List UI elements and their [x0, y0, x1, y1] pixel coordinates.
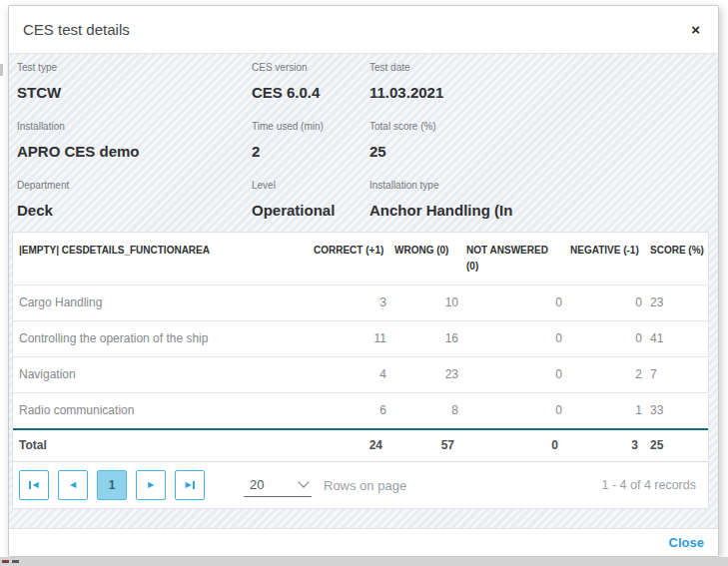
- field-label: Test type: [17, 62, 252, 74]
- dialog-title: CES test details: [23, 21, 687, 38]
- field-value: Anchor Handling (In: [369, 202, 709, 220]
- cell-function-area: Radio communication: [13, 393, 308, 430]
- cell-negative: 0: [564, 321, 644, 357]
- cell-correct: 6: [308, 393, 388, 430]
- cell-total-correct: 24: [308, 429, 388, 462]
- taskbar-mark: [12, 560, 19, 563]
- cell-wrong: 10: [388, 285, 460, 321]
- field-label: Level: [252, 180, 369, 192]
- field-label: Test date: [369, 62, 709, 74]
- field-department: Department Deck: [17, 180, 252, 220]
- close-button[interactable]: Close: [669, 535, 704, 550]
- cell-not-answered: 0: [460, 285, 564, 321]
- first-page-icon: [29, 481, 31, 489]
- close-icon[interactable]: ×: [687, 20, 704, 39]
- cell-total-not-answered: 0: [460, 429, 564, 462]
- table-row: Navigation 4 23 0 2 7: [13, 357, 708, 393]
- dialog-body: Test type STCW CES version CES 6.0.4 Tes…: [9, 54, 718, 528]
- test-summary-fields: Test type STCW CES version CES 6.0.4 Tes…: [12, 54, 709, 232]
- field-label: Department: [17, 180, 252, 192]
- column-header-wrong: WRONG (0): [388, 233, 460, 285]
- first-page-button[interactable]: ◀: [19, 470, 49, 500]
- cell-function-area: Cargo Handling: [13, 285, 308, 321]
- records-count-text: 1 - 4 of 4 records: [602, 478, 701, 492]
- field-time-used: Time used (min) 2: [252, 121, 369, 161]
- background-taskbar: [0, 557, 728, 566]
- cell-score: 23: [644, 285, 708, 321]
- cell-total-label: Total: [13, 429, 308, 462]
- field-value: Deck: [17, 202, 252, 220]
- cell-negative: 0: [564, 285, 644, 321]
- last-page-icon: [193, 481, 195, 489]
- column-header-score: SCORE (%): [644, 233, 708, 285]
- field-level: Level Operational: [252, 180, 369, 220]
- previous-page-icon: ◀: [70, 481, 76, 489]
- dialog-header: CES test details ×: [9, 6, 718, 54]
- field-value: CES 6.0.4: [252, 84, 369, 102]
- first-page-icon: ◀: [32, 481, 38, 489]
- cell-function-area: Controlling the operation of the ship: [13, 321, 308, 357]
- function-area-results-table: |EMPTY| CESDETAILS_FUNCTIONAREA CORRECT …: [13, 233, 708, 462]
- table-header-row: |EMPTY| CESDETAILS_FUNCTIONAREA CORRECT …: [13, 233, 708, 285]
- cell-correct: 4: [308, 357, 388, 393]
- cell-total-negative: 3: [564, 429, 644, 462]
- cell-score: 33: [644, 393, 708, 430]
- next-page-icon: ▶: [148, 481, 154, 489]
- field-value: 11.03.2021: [369, 84, 709, 102]
- cell-score: 7: [644, 357, 708, 393]
- field-label: Total score (%): [369, 121, 709, 133]
- cell-negative: 2: [564, 357, 644, 393]
- cell-score: 41: [644, 321, 708, 357]
- field-installation: Installation APRO CES demo: [17, 121, 252, 161]
- table-row: Radio communication 6 8 0 1 33: [13, 393, 708, 430]
- cell-function-area: Navigation: [13, 357, 308, 393]
- table-row: Controlling the operation of the ship 11…: [13, 321, 708, 357]
- cell-not-answered: 0: [460, 357, 564, 393]
- field-test-type: Test type STCW: [17, 62, 252, 102]
- last-page-icon: ▶: [185, 481, 191, 489]
- field-label: CES version: [252, 62, 369, 74]
- column-header-functionarea: |EMPTY| CESDETAILS_FUNCTIONAREA: [13, 233, 308, 285]
- field-installation-type: Installation type Anchor Handling (In: [369, 180, 709, 220]
- cell-not-answered: 0: [460, 393, 564, 430]
- column-header-not-answered: NOT ANSWERED (0): [460, 233, 564, 285]
- cell-correct: 11: [308, 321, 388, 357]
- field-label: Installation: [17, 121, 252, 133]
- cell-not-answered: 0: [460, 321, 564, 357]
- field-total-score: Total score (%) 25: [369, 121, 709, 161]
- next-page-button[interactable]: ▶: [136, 470, 166, 500]
- field-value: STCW: [17, 84, 252, 102]
- last-page-button[interactable]: ▶: [175, 470, 205, 500]
- cell-correct: 3: [308, 285, 388, 321]
- page-number-button[interactable]: 1: [97, 470, 127, 500]
- cell-total-wrong: 57: [388, 429, 460, 462]
- rows-per-page-label: Rows on page: [324, 478, 406, 493]
- table-total-row: Total 24 57 0 3 25: [13, 429, 708, 462]
- cell-wrong: 23: [388, 357, 460, 393]
- previous-page-button[interactable]: ◀: [58, 470, 88, 500]
- ces-test-details-dialog: CES test details × Test type STCW CES ve…: [8, 5, 719, 557]
- table-row: Cargo Handling 3 10 0 0 23: [13, 285, 708, 321]
- field-value: APRO CES demo: [17, 143, 252, 161]
- field-test-date: Test date 11.03.2021: [369, 62, 709, 102]
- page-edge-artifact: [0, 64, 3, 76]
- taskbar-mark: [2, 560, 9, 563]
- cell-total-score: 25: [644, 429, 708, 462]
- pagination-bar: ◀ ◀ 1 ▶ ▶ 20 Rows on page 1 - 4 of 4 rec…: [13, 462, 708, 508]
- field-label: Installation type: [369, 180, 709, 192]
- field-label: Time used (min): [252, 121, 369, 133]
- cell-negative: 1: [564, 393, 644, 430]
- results-table-panel: |EMPTY| CESDETAILS_FUNCTIONAREA CORRECT …: [12, 232, 709, 509]
- field-value: Operational: [252, 202, 369, 220]
- column-header-negative: NEGATIVE (-1): [564, 233, 644, 285]
- dialog-footer: Close: [9, 528, 718, 556]
- rows-per-page-select[interactable]: 20: [244, 474, 312, 497]
- field-value: 25: [369, 143, 709, 161]
- field-value: 2: [252, 143, 369, 161]
- rows-per-page-value: 20: [250, 477, 264, 492]
- field-ces-version: CES version CES 6.0.4: [252, 62, 369, 102]
- cell-wrong: 8: [388, 393, 460, 430]
- cell-wrong: 16: [388, 321, 460, 357]
- chevron-down-icon: [298, 476, 309, 487]
- column-header-correct: CORRECT (+1): [308, 233, 388, 285]
